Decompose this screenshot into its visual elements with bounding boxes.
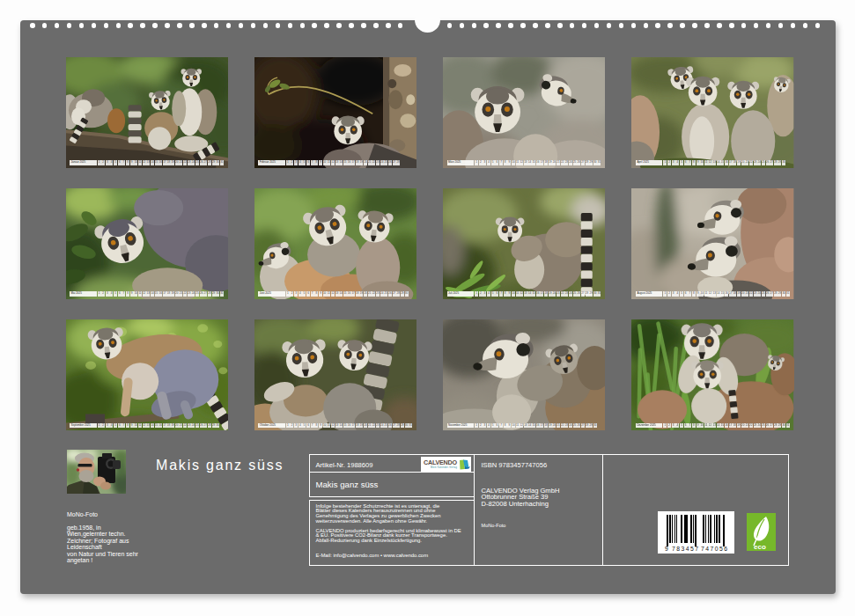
svg-text:747056: 747056 bbox=[701, 546, 727, 552]
svg-text:eco: eco bbox=[754, 543, 766, 551]
svg-text:CALVENDO: CALVENDO bbox=[424, 458, 457, 466]
svg-text:9: 9 bbox=[665, 546, 668, 552]
svg-text:Mein Kalender-Verlag: Mein Kalender-Verlag bbox=[431, 466, 458, 469]
svg-text:783457: 783457 bbox=[672, 546, 698, 552]
